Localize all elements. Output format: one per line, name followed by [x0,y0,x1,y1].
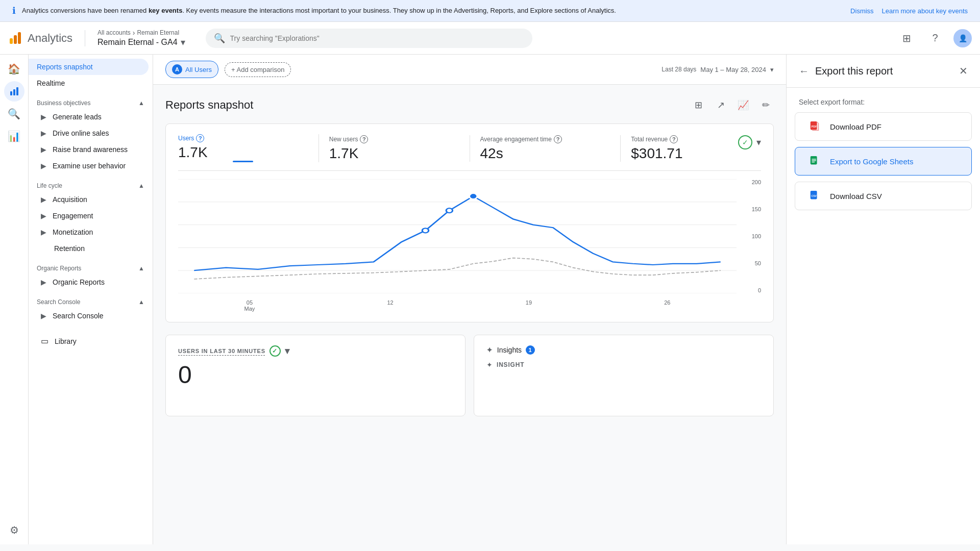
realtime-check-icon[interactable]: ✓ [270,345,281,357]
pdf-icon: PDF [807,121,822,132]
edit-icon[interactable]: ✏ [757,97,774,113]
sidebar-item-generate-leads[interactable]: ▶ Generate leads [29,109,149,125]
insights-title: ✦ Insights 1 [486,345,761,355]
realtime-value: 0 [178,361,453,389]
active-stat-underline [233,161,253,162]
nav-reports-icon[interactable] [4,81,24,102]
chevron-icon: ▶ [41,312,46,320]
stat-engagement-value: 42s [480,145,610,162]
section-organic-reports[interactable]: Organic Reports ▲ [29,261,153,274]
stat-engagement-label[interactable]: Average engagement time ? [480,135,610,143]
nav-settings-icon[interactable]: ⚙ [4,520,24,540]
stat-new-users-label[interactable]: New users ? [329,135,459,143]
export-back-button[interactable]: ← [799,65,809,77]
property-chevron-icon: ▾ [181,37,185,48]
export-close-button[interactable]: ✕ [959,65,968,77]
nav-explore-icon[interactable]: 🔍 [4,104,24,124]
check-button[interactable]: ✓ [738,135,752,149]
stat-new-users-value: 1.7K [329,145,459,162]
dismiss-link[interactable]: Dismiss [850,7,874,15]
sidebar-item-monetization[interactable]: ▶ Monetization [29,224,149,240]
section-collapse-icon: ▲ [138,265,144,272]
sidebar-menu: Reports snapshot Realtime Business objec… [29,55,153,544]
sidebar-item-realtime[interactable]: Realtime [29,75,153,91]
chevron-icon: ▶ [41,212,46,220]
info-banner: ℹ Analytics conversions have been rename… [0,0,980,22]
breadcrumb-arrow: › [133,29,135,37]
banner-text: Analytics conversions have been renamed … [22,6,844,16]
banner-links: Dismiss Learn more about key events [850,7,968,15]
stat-info-icon[interactable]: ? [670,135,678,143]
stats-card: Users ? 1.7K New users ? 1.7K [165,123,774,322]
search-input[interactable] [230,34,524,42]
search-bar: 🔍 [206,29,532,48]
stat-revenue-label[interactable]: Total revenue ? [631,135,682,143]
sidebar-item-search-console[interactable]: ▶ Search Console [29,308,149,324]
main-layout: 🏠 🔍 📊 ⚙ Reports snapshot Realtime Busine… [0,55,980,544]
svg-rect-18 [812,159,816,159]
section-search-console[interactable]: Search Console ▲ [29,294,153,308]
sidebar-item-drive-online-sales[interactable]: ▶ Drive online sales [29,125,149,141]
segment-chip[interactable]: A All Users [165,61,218,78]
learn-more-link[interactable]: Learn more about key events [882,7,968,15]
report-actions: ⊞ ↗ 📈 ✏ [690,97,774,113]
user-avatar[interactable]: 👤 [953,29,972,47]
search-input-wrap[interactable]: 🔍 [206,29,532,48]
svg-rect-1 [14,35,17,44]
help-icon[interactable]: ? [925,28,945,48]
section-business-objectives[interactable]: Business objectives ▲ [29,95,153,109]
sidebar-item-engagement[interactable]: ▶ Engagement [29,208,149,224]
stat-info-icon[interactable]: ? [554,135,562,143]
left-nav: 🏠 🔍 📊 ⚙ [0,55,29,544]
stat-users: Users ? 1.7K [178,134,319,162]
property-selector[interactable]: Remain Eternal - GA4 ▾ [97,37,185,48]
content-area: A All Users + Add comparison Last 28 day… [153,55,786,544]
export-panel: ← Export this report ✕ Select export for… [786,55,980,544]
stat-dropdown-icon[interactable]: ▾ [756,137,761,148]
add-comparison-btn[interactable]: + Add comparison [225,62,291,77]
compare-icon[interactable]: ⊞ [690,97,706,113]
export-option-sheets[interactable]: Export to Google Sheets [795,147,972,176]
export-option-csv[interactable]: CSV Download CSV [795,182,972,210]
insights-sparkle-icon: ✦ [486,346,493,354]
svg-rect-3 [10,91,12,95]
export-option-pdf[interactable]: PDF Download PDF [795,112,972,141]
sidebar-item-retention[interactable]: Retention [29,240,149,257]
header-divider [85,30,85,46]
header-actions: ⊞ ? 👤 [896,28,972,48]
date-range-selector[interactable]: Last 28 days May 1 – May 28, 2024 ▾ [662,66,774,73]
x-axis-labels: 05May 12 19 26 [178,297,761,312]
logo-area: Analytics [8,31,72,45]
stat-users-label[interactable]: Users ? [178,134,308,142]
svg-rect-20 [812,162,815,162]
realtime-dropdown-icon[interactable]: ▾ [285,345,290,357]
nav-home-icon[interactable]: 🏠 [4,59,24,79]
sheets-option-label: Export to Google Sheets [830,157,913,166]
insights-icon[interactable]: 📈 [735,97,751,113]
share-icon[interactable]: ↗ [713,97,729,113]
section-collapse-icon: ▲ [138,298,144,306]
svg-point-12 [469,193,477,199]
svg-rect-2 [18,32,21,44]
sidebar-item-library[interactable]: ▭ Library [29,332,149,350]
svg-text:CSV: CSV [812,194,817,197]
stat-info-icon[interactable]: ? [360,135,368,143]
all-accounts[interactable]: All accounts › Remain Eternal [97,29,185,37]
analytics-logo-icon [8,31,22,45]
sidebar-item-acquisition[interactable]: ▶ Acquisition [29,191,149,208]
nav-advertising-icon[interactable]: 📊 [4,126,24,146]
stat-revenue: Total revenue ? $301.71 ✓ ▾ [621,135,761,162]
report-title: Reports snapshot ⊞ ↗ 📈 ✏ [165,97,774,113]
chart-svg [178,179,737,293]
stat-info-icon[interactable]: ? [196,134,204,142]
sidebar-item-reports-snapshot[interactable]: Reports snapshot [29,59,149,75]
sidebar-item-raise-brand-awareness[interactable]: ▶ Raise brand awareness [29,141,149,158]
bottom-row: USERS IN LAST 30 MINUTES ✓ ▾ 0 ✦ Insight… [165,335,774,416]
sidebar-item-organic-reports[interactable]: ▶ Organic Reports [29,274,149,290]
segment-icon: A [172,64,182,74]
apps-icon[interactable]: ⊞ [896,28,917,48]
insights-badge: 1 [526,345,535,355]
section-life-cycle[interactable]: Life cycle ▲ [29,178,153,191]
sidebar-item-examine-user-behavior[interactable]: ▶ Examine user behavior [29,158,149,174]
account-info: All accounts › Remain Eternal Remain Ete… [97,29,185,48]
